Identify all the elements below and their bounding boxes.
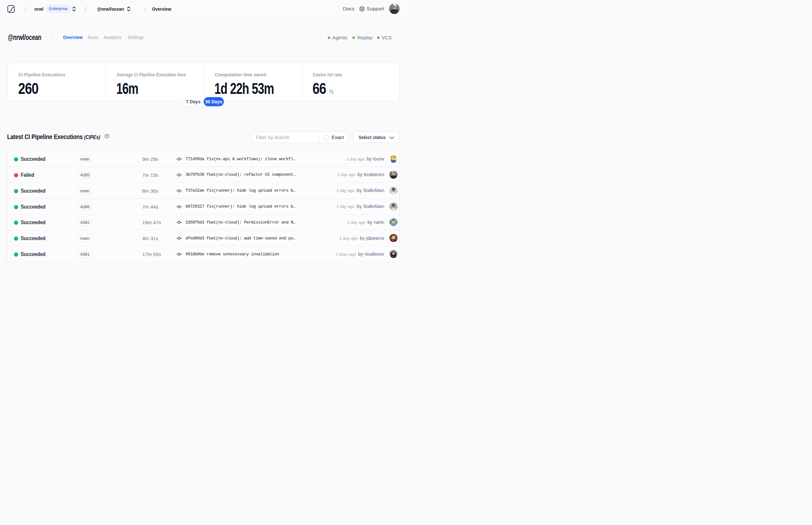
svg-text:?: ? (106, 135, 108, 138)
